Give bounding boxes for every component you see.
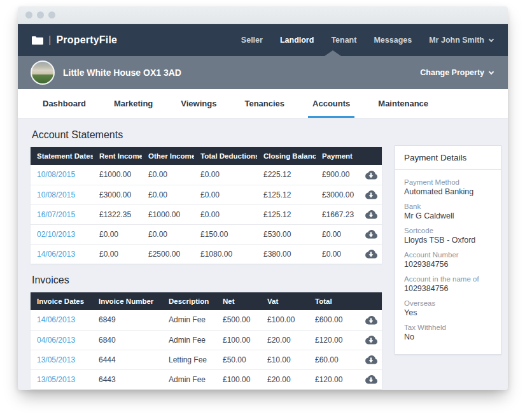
property-bar: Little White House OX1 3AD Change Proper… — [18, 56, 508, 89]
cloud-download-icon — [364, 249, 378, 259]
column-header-statement-dates: Statement Dates — [31, 147, 93, 165]
date-link[interactable]: 13/05/2013 — [37, 375, 75, 384]
invoice-row: 13/05/20136444Letting Fee£50.00£10.00£60… — [31, 350, 382, 369]
tab-dashboard[interactable]: Dashboard — [38, 89, 90, 118]
main-column: Account Statements Statement DatesRent I… — [31, 118, 382, 390]
nav-item-landlord[interactable]: Landlord — [280, 36, 314, 45]
window-control-dot — [37, 11, 44, 18]
statement-row: 14/06/2013£0.00£2500.00£1080.00£380.00£0… — [31, 244, 382, 264]
download-button[interactable] — [364, 249, 378, 259]
main-content: Account Statements Statement DatesRent I… — [18, 118, 508, 390]
tab-viewings[interactable]: Viewings — [176, 89, 221, 118]
field-label: Payment Method — [404, 178, 492, 186]
change-property-button[interactable]: Change Property — [420, 68, 493, 77]
nav-item-seller[interactable]: Seller — [241, 36, 263, 45]
invoices-table: Invoice DatesInvoice NumberDescriptionNe… — [31, 292, 382, 389]
cloud-download-icon — [364, 170, 378, 180]
column-header-vat: Vat — [261, 292, 309, 310]
property-avatar — [31, 61, 55, 85]
detail-field-overseas: OverseasYes — [404, 299, 492, 317]
cloud-download-icon — [364, 190, 378, 199]
field-label: Overseas — [404, 299, 492, 307]
active-nav-pointer — [325, 50, 341, 56]
download-button[interactable] — [364, 355, 378, 364]
column-header-invoice-dates: Invoice Dates — [31, 292, 92, 310]
brand-logo[interactable]: | PropertyFile — [32, 34, 117, 46]
column-header-download — [356, 147, 382, 165]
download-button[interactable] — [364, 210, 378, 219]
column-header-description: Description — [162, 292, 216, 310]
date-link[interactable]: 10/08/2015 — [37, 170, 75, 179]
detail-field-bank: BankMr G Caldwell — [404, 203, 492, 220]
nav-item-mr-john-smith[interactable]: Mr John Smith — [429, 36, 493, 45]
field-label: Account Number — [404, 251, 492, 259]
window-control-dot — [48, 11, 55, 18]
download-button[interactable] — [364, 315, 378, 325]
right-sidebar: Payment Details Payment MethodAutomated … — [395, 118, 501, 390]
column-header-total: Total — [309, 292, 356, 310]
column-header-net: Net — [216, 292, 261, 310]
statement-row: 10/08/2015£1000.00£0.00£0.00£225.12£900.… — [31, 165, 382, 185]
date-link[interactable]: 02/10/2013 — [37, 230, 75, 239]
payment-details-title: Payment Details — [395, 146, 501, 170]
statements-section-title: Account Statements — [32, 129, 382, 141]
date-link[interactable]: 14/06/2013 — [37, 250, 75, 259]
download-button[interactable] — [364, 335, 378, 345]
detail-field-account-number: Account Number1029384756 — [404, 251, 492, 269]
detail-field-payment-method: Payment MethodAutomated Banking — [404, 178, 492, 196]
nav-item-messages[interactable]: Messages — [374, 36, 412, 45]
date-link[interactable]: 16/07/2015 — [37, 210, 75, 219]
statement-row: 10/08/2015£3000.00£0.00£0.00£125.12£3000… — [31, 185, 382, 204]
column-header-total-deductions: Total Deductions — [194, 147, 257, 165]
column-header-download — [356, 292, 382, 310]
window-control-dot — [25, 11, 32, 18]
field-value: 1029384756 — [404, 284, 492, 293]
brand-name: PropertyFile — [56, 34, 117, 46]
date-link[interactable]: 13/05/2013 — [37, 355, 75, 364]
download-button[interactable] — [364, 375, 378, 384]
chevron-down-icon — [489, 36, 494, 41]
field-value: Yes — [404, 308, 492, 317]
window-titlebar — [18, 6, 508, 24]
property-name: Little White House OX1 3AD — [63, 68, 181, 78]
payment-details-fields: Payment MethodAutomated BankingBankMr G … — [395, 170, 501, 354]
date-link[interactable]: 04/06/2013 — [37, 336, 75, 345]
statement-row: 02/10/2013£0.00£0.00£150.00£530.00£0.00 — [31, 224, 382, 244]
nav-items: SellerLandlordTenantMessagesMr John Smit… — [241, 36, 493, 45]
download-button[interactable] — [364, 190, 378, 199]
tab-maintenance[interactable]: Maintenance — [374, 89, 433, 118]
tab-accounts[interactable]: Accounts — [308, 89, 354, 118]
payment-details-panel: Payment Details Payment MethodAutomated … — [395, 145, 501, 355]
field-value: Automated Banking — [404, 187, 492, 196]
tab-marketing[interactable]: Marketing — [109, 89, 157, 118]
cloud-download-icon — [364, 229, 378, 239]
date-link[interactable]: 14/06/2013 — [37, 315, 75, 324]
field-value: 1029384756 — [404, 260, 492, 269]
column-header-rent-income: Rent Income — [93, 147, 142, 165]
date-link[interactable]: 10/08/2015 — [37, 190, 75, 199]
field-value: No — [404, 332, 492, 341]
field-value: Mr G Caldwell — [404, 211, 492, 220]
invoice-row: 14/06/20136849Admin Fee£500.00£100.00£60… — [31, 310, 382, 330]
cloud-download-icon — [364, 355, 378, 364]
download-button[interactable] — [364, 170, 378, 180]
column-header-invoice-number: Invoice Number — [92, 292, 162, 310]
tab-tenancies[interactable]: Tenancies — [240, 89, 289, 118]
app-window: | PropertyFile SellerLandlordTenantMessa… — [18, 6, 508, 390]
download-button[interactable] — [364, 229, 378, 239]
tab-bar: DashboardMarketingViewingsTenanciesAccou… — [18, 89, 508, 118]
cloud-download-icon — [364, 210, 378, 219]
chevron-down-icon — [489, 69, 494, 74]
detail-field-sortcode: SortcodeLloyds TSB - Oxford — [404, 227, 492, 245]
invoices-section-title: Invoices — [32, 275, 382, 286]
column-header-payment: Payment — [316, 147, 356, 165]
field-value: Lloyds TSB - Oxford — [404, 236, 492, 245]
column-header-closing-balance: Closing Balance — [257, 147, 316, 165]
nav-item-tenant[interactable]: Tenant — [331, 36, 356, 45]
statement-row: 16/07/2015£1322.35£1000.00£0.00£125.12£1… — [31, 204, 382, 224]
account-statements-table: Statement DatesRent IncomeOther IncomeTo… — [31, 147, 382, 264]
detail-field-tax-withheld: Tax WithheldNo — [404, 324, 492, 341]
detail-field-account-in-the-name-of: Account in the name of1029384756 — [404, 275, 492, 293]
invoice-row: 13/05/20136443Admin Fee£100.00£20.00£120… — [31, 369, 382, 389]
field-label: Tax Withheld — [404, 324, 492, 331]
